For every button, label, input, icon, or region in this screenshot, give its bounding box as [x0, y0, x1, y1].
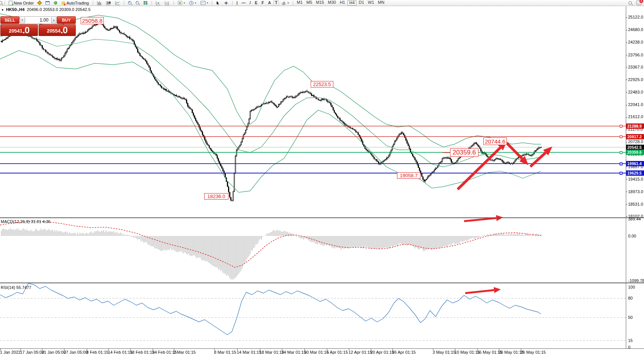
time-axis-label: 17 Jan 05:00: [20, 350, 44, 354]
time-axis-tick: [64, 349, 64, 350]
price-axis-label: 23796.0: [628, 53, 643, 57]
time-axis-tick: [237, 349, 238, 350]
new-order-label: New Order: [14, 1, 34, 5]
chart-shift-button[interactable]: [163, 0, 171, 6]
pane-separator[interactable]: [0, 217, 644, 218]
timeframe-h4[interactable]: H4: [347, 0, 356, 6]
autoscroll-button[interactable]: [154, 0, 162, 6]
label-button[interactable]: T: [274, 0, 279, 6]
ohlc-values: 20496.0 20553.0 20309.0 20542.5: [27, 7, 91, 12]
timeframe-m1[interactable]: M1: [295, 0, 304, 5]
price-axis-tick: [626, 80, 627, 80]
zoom-in-button[interactable]: +: [127, 0, 133, 6]
crosshair-icon: [224, 1, 228, 5]
toolbar: New Order AutoTrading + − ▾ ▾ ▾ | — / E …: [0, 0, 644, 6]
price-axis-label: 21612.0: [628, 114, 643, 119]
rsi-axis-label: 0: [628, 345, 630, 350]
price-axis-tick: [626, 117, 627, 117]
timeframe-m30[interactable]: M30: [326, 0, 337, 5]
vline-button[interactable]: |: [235, 0, 239, 6]
price-annotation[interactable]: 22523.5: [311, 81, 333, 87]
market-watch-button[interactable]: [36, 0, 43, 6]
sell-price[interactable]: 20541.0: [0, 24, 38, 36]
shapes-icon: [281, 1, 286, 5]
time-axis-tick: [20, 349, 21, 350]
channel-button[interactable]: E: [253, 0, 259, 6]
axis-border: [0, 348, 644, 349]
indicators-button[interactable]: ▾: [176, 0, 187, 6]
autotrading-button[interactable]: AutoTrading: [60, 0, 91, 6]
price-axis-label: 22041.0: [628, 102, 643, 107]
price-line-badge: 20542.5: [626, 145, 644, 150]
cursor-button[interactable]: [214, 0, 221, 6]
time-axis-label: 27 Jan 05:00: [64, 350, 88, 354]
time-axis-tick: [130, 349, 131, 350]
bar-chart-button[interactable]: [95, 0, 103, 6]
timeframe-d1[interactable]: D1: [357, 0, 366, 5]
rsi-axis-label: 100: [628, 285, 635, 289]
timeframe-toolbar: M1M5M15M30H1H4D1W1MN: [295, 0, 386, 6]
candlestick-button[interactable]: [105, 0, 113, 6]
time-axis-tick: [282, 349, 282, 350]
price-axis-tick: [626, 55, 627, 55]
price-axis-tick: [626, 142, 627, 142]
price-axis-tick: [626, 105, 627, 105]
sell-button[interactable]: SELL: [0, 16, 19, 24]
buy-price[interactable]: 20554.0: [39, 24, 76, 36]
price-axis-tick: [626, 130, 627, 130]
notifications-button[interactable]: 1: [635, 0, 643, 6]
chart-canvas[interactable]: [0, 0, 644, 356]
zoom-out-button[interactable]: −: [134, 0, 141, 6]
crosshair-button[interactable]: [222, 0, 230, 6]
shapes-button[interactable]: ▾: [280, 0, 291, 6]
data-window-button[interactable]: [44, 0, 51, 6]
fibonacci-button[interactable]: F: [260, 0, 266, 6]
price-annotation[interactable]: 20359.6: [450, 148, 478, 157]
time-axis-tick: [477, 349, 478, 350]
price-annotation[interactable]: 19058.7: [397, 172, 420, 179]
trendline-button[interactable]: /: [248, 0, 252, 6]
price-axis-tick: [626, 92, 627, 92]
data-window-icon: [45, 1, 50, 5]
notification-badge: 1: [639, 0, 643, 3]
symbol-ohlc-line: ▲ HK50-,H4 20496.0 20553.0 20309.0 20542…: [1, 7, 91, 12]
price-line-badge: 21288.9: [626, 123, 644, 129]
zoom-out-icon: −: [136, 1, 139, 5]
volume-down-button[interactable]: ▾: [20, 16, 25, 24]
macd-axis-label: 389.44: [628, 217, 641, 221]
time-axis-label: 14 Feb 01:15: [108, 350, 133, 354]
price-annotation[interactable]: 18236.0: [204, 193, 228, 200]
app-icon: [0, 1, 2, 5]
search-button[interactable]: [627, 0, 633, 6]
macd-axis-label: 0.00: [628, 234, 636, 238]
templates-button[interactable]: ▾: [199, 0, 210, 6]
timeframe-m5[interactable]: M5: [305, 0, 314, 5]
market-watch-icon: [37, 0, 42, 5]
buy-button[interactable]: BUY: [57, 16, 76, 24]
tile-windows-button[interactable]: [142, 0, 149, 6]
signals-button[interactable]: [52, 0, 59, 6]
line-chart-button[interactable]: [114, 0, 122, 6]
price-annotation[interactable]: 25058.8: [81, 17, 104, 24]
periods-button[interactable]: ▾: [188, 0, 198, 6]
timeframe-w1[interactable]: W1: [366, 0, 376, 5]
price-line-badge: 19629.5: [626, 170, 644, 176]
text-button[interactable]: A: [267, 0, 272, 6]
time-axis-label: 20 Apr 01:15: [370, 350, 394, 354]
timeframe-m15[interactable]: M15: [314, 0, 325, 5]
indicators-icon: [178, 1, 183, 5]
volume-up-button[interactable]: ▴: [51, 16, 56, 24]
pane-separator[interactable]: [0, 283, 644, 283]
hline-button[interactable]: —: [240, 0, 247, 6]
price-axis-tick: [626, 67, 627, 67]
time-axis-label: 6 Apr 01:15: [327, 350, 348, 354]
timeframe-h1[interactable]: H1: [338, 0, 347, 5]
volume-input[interactable]: [25, 16, 51, 24]
new-order-button[interactable]: New Order: [7, 0, 35, 6]
timeframe-mn[interactable]: MN: [377, 0, 386, 5]
price-annotation[interactable]: 20744.6: [483, 137, 507, 145]
buy-price-big: .0: [61, 25, 67, 35]
toolbar-separator: [124, 1, 124, 5]
buy-price-main: 20554: [47, 27, 61, 35]
candlestick-icon: [106, 1, 111, 5]
